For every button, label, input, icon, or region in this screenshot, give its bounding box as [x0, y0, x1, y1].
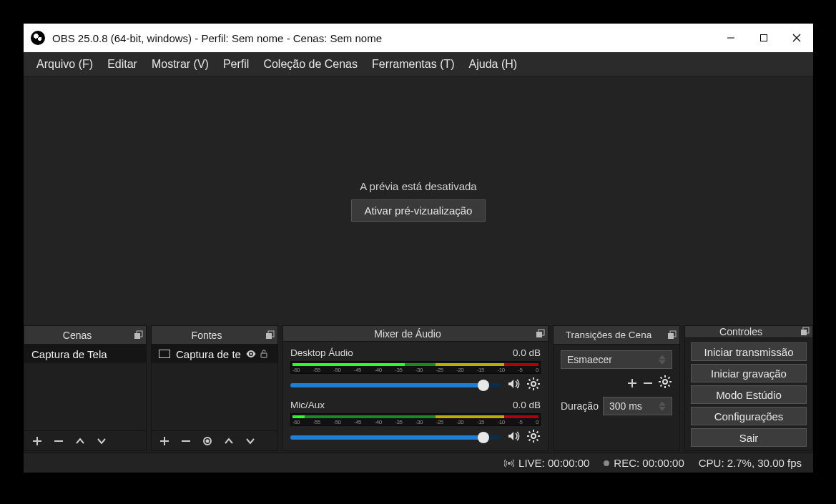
visibility-toggle[interactable] — [245, 348, 257, 360]
menu-ajuda[interactable]: Ajuda (H) — [462, 55, 525, 74]
svg-rect-1 — [761, 35, 767, 41]
svg-rect-9 — [266, 333, 272, 339]
mixer-header: Mixer de Áudio — [283, 326, 548, 342]
scenes-toolbar — [24, 430, 146, 450]
remove-transition-button[interactable] — [642, 377, 654, 389]
vu-meter: -60-55-50-45-40-35-30-25-20-15-10-50 — [290, 413, 541, 426]
controls-dock: Controles Iniciar transmissão Iniciar gr… — [684, 325, 813, 451]
menu-perfil[interactable]: Perfil — [216, 55, 256, 74]
start-record-button[interactable]: Iniciar gravação — [691, 364, 807, 382]
mixer-dock: Mixer de Áudio Desktop Áudio 0.0 dB -60-… — [282, 325, 549, 451]
popout-icon[interactable] — [664, 330, 679, 340]
svg-line-51 — [669, 377, 670, 379]
transitions-title: Transições de Cena — [554, 330, 664, 340]
live-text: LIVE: 00:00:00 — [518, 457, 589, 469]
popout-icon[interactable] — [797, 327, 812, 337]
preview-area: A prévia está desativada Ativar pré-vizu… — [24, 76, 813, 325]
menu-arquivo[interactable]: Arquivo (F) — [29, 55, 100, 74]
live-status: LIVE: 00:00:00 — [504, 457, 589, 469]
menu-editar[interactable]: Editar — [100, 55, 144, 74]
gear-icon[interactable] — [658, 375, 672, 391]
popout-icon[interactable] — [130, 330, 146, 340]
minimize-button[interactable] — [714, 24, 747, 52]
lock-toggle[interactable] — [257, 349, 270, 359]
duration-label: Duração — [561, 400, 599, 412]
sources-list: Captura de te — [152, 345, 277, 430]
transition-select[interactable]: Esmaecer — [561, 350, 672, 369]
scenes-body: Captura de Tela — [24, 345, 146, 450]
updown-icon — [659, 402, 666, 411]
sources-title: Fontes — [152, 330, 262, 341]
sources-toolbar — [152, 430, 277, 450]
svg-line-27 — [529, 387, 531, 389]
menu-colecao[interactable]: Coleção de Cenas — [256, 55, 365, 74]
monitor-icon — [159, 350, 170, 358]
scene-down-button[interactable] — [96, 435, 107, 447]
add-transition-button[interactable] — [626, 377, 638, 389]
mixer-channel-mic: Mic/Aux 0.0 dB -60-55-50-45-40-35-30-25-… — [290, 400, 541, 446]
menu-mostrar[interactable]: Mostrar (V) — [144, 55, 216, 74]
volume-slider[interactable] — [290, 435, 501, 440]
obs-window: OBS 25.0.8 (64-bit, windows) - Perfil: S… — [23, 23, 814, 473]
scenes-dock: Cenas Captura de Tela — [24, 325, 147, 451]
remove-source-button[interactable] — [180, 435, 192, 447]
volume-slider[interactable] — [290, 383, 501, 387]
svg-line-37 — [537, 432, 539, 433]
menu-ferramentas[interactable]: Ferramentas (T) — [365, 55, 462, 74]
scenes-title: Cenas — [24, 330, 130, 341]
exit-button[interactable]: Sair — [691, 428, 807, 447]
status-bar: LIVE: 00:00:00 REC: 00:00:00 CPU: 2.7%, … — [24, 453, 813, 473]
controls-header: Controles — [685, 326, 812, 338]
meter-ticks: -60-55-50-45-40-35-30-25-20-15-10-50 — [292, 367, 539, 373]
close-button[interactable] — [780, 24, 813, 52]
svg-line-35 — [537, 440, 539, 441]
duration-input[interactable]: 300 ms — [603, 397, 672, 415]
svg-point-11 — [250, 353, 252, 355]
menubar: Arquivo (F) Editar Mostrar (V) Perfil Co… — [24, 52, 813, 76]
rec-status: REC: 00:00:00 — [604, 457, 684, 469]
channel-db: 0.0 dB — [513, 347, 541, 358]
svg-point-54 — [508, 462, 511, 464]
channel-name: Mic/Aux — [290, 400, 325, 410]
speaker-icon[interactable] — [506, 377, 521, 394]
maximize-button[interactable] — [747, 24, 780, 52]
cpu-status: CPU: 2.7%, 30.00 fps — [699, 457, 802, 469]
source-item[interactable]: Captura de te — [152, 345, 277, 363]
scene-up-button[interactable] — [74, 435, 86, 447]
enable-preview-button[interactable]: Ativar pré-vizualização — [351, 199, 486, 222]
gear-icon[interactable] — [526, 377, 541, 394]
remove-scene-button[interactable] — [53, 435, 64, 447]
vu-meter: -60-55-50-45-40-35-30-25-20-15-10-50 — [290, 361, 541, 374]
studio-mode-button[interactable]: Modo Estúdio — [691, 385, 807, 404]
svg-rect-12 — [261, 353, 267, 357]
svg-line-50 — [661, 385, 662, 387]
add-scene-button[interactable] — [31, 435, 43, 447]
source-properties-button[interactable] — [202, 435, 213, 447]
record-dot-icon — [604, 460, 609, 466]
source-label: Captura de te — [176, 348, 245, 360]
svg-point-43 — [663, 380, 667, 384]
preview-disabled-label: A prévia está desativada — [360, 180, 476, 192]
mixer-title: Mixer de Áudio — [283, 328, 532, 340]
start-stream-button[interactable]: Iniciar transmissão — [691, 342, 807, 361]
scenes-list: Captura de Tela — [24, 345, 146, 430]
add-source-button[interactable] — [159, 435, 170, 447]
svg-line-26 — [537, 387, 539, 389]
settings-button[interactable]: Configurações — [691, 407, 807, 425]
popout-icon[interactable] — [532, 329, 548, 339]
source-up-button[interactable] — [223, 435, 235, 447]
popout-icon[interactable] — [262, 330, 277, 340]
svg-line-49 — [669, 385, 670, 387]
sources-header: Fontes — [152, 326, 277, 345]
speaker-icon[interactable] — [506, 429, 521, 446]
window-title: OBS 25.0.8 (64-bit, windows) - Perfil: S… — [52, 32, 714, 44]
svg-line-25 — [529, 380, 531, 381]
source-down-button[interactable] — [245, 435, 256, 447]
gear-icon[interactable] — [526, 429, 541, 446]
scene-item[interactable]: Captura de Tela — [24, 345, 146, 363]
transitions-header: Transições de Cena — [554, 326, 679, 345]
channel-name: Desktop Áudio — [290, 347, 353, 358]
svg-line-48 — [661, 377, 662, 379]
transitions-body: Esmaecer Duração 300 ms — [554, 345, 679, 450]
transitions-dock: Transições de Cena Esmaecer Duração 300 … — [553, 325, 680, 451]
